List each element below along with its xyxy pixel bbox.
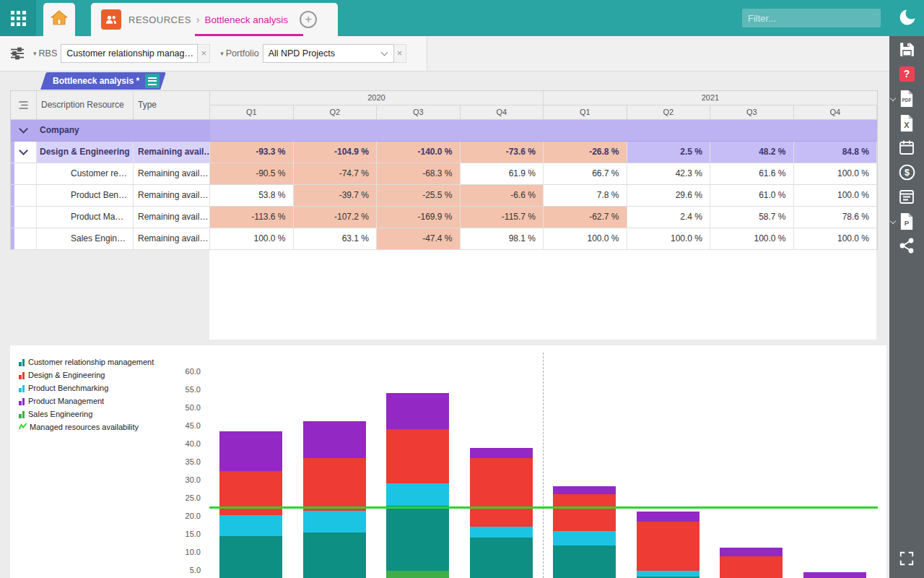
value-cell[interactable]: -62.7 % [544,207,627,228]
value-cell[interactable]: -47.4 % [377,228,461,250]
value-cell[interactable]: 66.7 % [544,163,627,185]
dollar-icon: $ [898,163,916,181]
table-row[interactable]: Product Ma…Remaining avail…-113.6 %-107.… [11,207,877,228]
legend-bars-icon [19,371,25,379]
legend-item[interactable]: Managed resources availability [19,420,154,434]
value-cell[interactable]: -107.2 % [294,207,378,228]
value-cell[interactable]: 58.7 % [710,207,794,228]
value-cell[interactable]: -26.8 % [544,142,627,163]
rbs-label: RBS [39,48,58,59]
value-cell[interactable]: 63.1 % [294,228,378,250]
fullscreen-button[interactable] [899,551,915,569]
portfolio-clear-button[interactable] [394,44,406,63]
value-cell[interactable]: 100.0 % [710,228,794,250]
resource-name-cell[interactable]: Sales Engin… [37,228,134,250]
cost-button[interactable]: $ [897,163,916,181]
value-cell[interactable]: 61.6 % [710,163,794,185]
value-cell[interactable]: 78.6 % [794,207,878,228]
rbs-value-box[interactable]: Customer relationship manag… [61,44,198,63]
value-cell[interactable]: -169.9 % [377,207,461,228]
calendar-button[interactable] [897,138,916,157]
legend-label: Design & Engineering [28,371,105,379]
bottleneck-table: Description ResourceType20202021Q1Q2Q3Q4… [10,90,878,250]
ppt-export-button[interactable]: P [897,212,916,230]
legend-item[interactable]: Design & Engineering [19,368,154,381]
save-button[interactable] [897,40,916,59]
resource-name-cell[interactable]: Product Ma… [37,207,134,228]
value-cell[interactable]: -68.3 % [377,163,461,185]
home-tab[interactable] [43,3,75,36]
table-row[interactable]: Customer re…Remaining avail…-90.5 %-74.7… [11,163,877,185]
help-button[interactable] [897,64,916,83]
value-cell[interactable]: 100.0 % [794,185,878,207]
value-cell[interactable]: 48.2 % [710,142,794,163]
value-cell[interactable]: -6.6 % [461,185,544,207]
value-cell[interactable]: 100.0 % [627,228,711,250]
legend-bars-icon [19,397,25,405]
value-cell[interactable]: -73.6 % [461,142,544,163]
moon-icon[interactable] [897,7,918,27]
schedule-button[interactable] [897,187,916,206]
value-cell[interactable]: -140.0 % [377,142,461,163]
value-cell[interactable]: 2.4 % [627,207,711,228]
value-cell[interactable]: 98.1 % [461,228,544,250]
value-cell[interactable]: 7.8 % [544,185,627,207]
legend-item[interactable]: Product Management [19,394,154,407]
add-tab-button[interactable] [300,11,317,28]
group-value-cell [544,120,627,142]
chevron-down-icon[interactable] [890,218,896,224]
value-cell[interactable]: 2.5 % [627,142,711,163]
expand-company-button[interactable] [11,120,37,142]
row-indent [11,163,37,185]
value-cell[interactable]: 84.8 % [794,142,878,163]
tab-resources-bottleneck-analysis[interactable]: RESOURCES › Bottleneck analysis [91,3,338,36]
table-row[interactable]: Product Ben…Remaining avail…53.8 %-39.7 … [11,185,877,207]
value-cell[interactable]: -115.7 % [461,207,544,228]
value-cell[interactable]: -93.3 % [210,142,294,163]
global-filter-input[interactable] [742,9,881,27]
legend-item[interactable]: Sales Engineering [19,407,154,420]
value-cell[interactable]: 100.0 % [794,163,878,185]
rbs-clear-button[interactable] [198,44,210,63]
value-cell[interactable]: -104.9 % [294,142,378,163]
excel-export-button[interactable]: X [897,113,916,132]
value-cell[interactable]: 53.8 % [210,185,294,207]
expand-row-button[interactable] [11,142,37,163]
value-cell[interactable]: 100.0 % [794,228,878,250]
view-tab-bottleneck-analysis[interactable]: Bottleneck analysis * [40,72,166,90]
pdf-export-button[interactable]: PDF [897,89,916,108]
legend-item[interactable]: Product Benchmarking [19,381,154,394]
top-bar: RESOURCES › Bottleneck analysis [0,0,924,36]
portfolio-dropdown-caret[interactable] [220,50,224,57]
resource-name-cell[interactable]: Design & Engineering [37,142,134,163]
resource-name-cell[interactable]: Product Ben… [37,185,134,207]
app-menu-button[interactable] [0,0,36,36]
table-row[interactable]: Sales Engin…Remaining avail…100.0 %63.1 … [11,228,877,250]
rbs-dropdown-caret[interactable] [33,50,37,57]
table-row[interactable]: Design & EngineeringRemaining avail…-93.… [11,142,877,163]
value-cell[interactable]: -90.5 % [210,163,294,185]
value-cell[interactable]: -25.5 % [377,185,461,207]
grid-settings-icon[interactable] [11,91,37,119]
value-cell[interactable]: 100.0 % [544,228,627,250]
value-cell[interactable]: 29.6 % [627,185,711,207]
chevron-down-icon[interactable] [890,95,896,101]
value-cell[interactable]: 61.0 % [710,185,794,207]
table-body: CompanyDesign & EngineeringRemaining ava… [11,120,877,250]
value-cell[interactable]: 61.9 % [461,163,544,185]
value-cell[interactable]: -39.7 % [294,185,378,207]
value-cell[interactable]: -113.6 % [210,207,294,228]
view-tab-menu-button[interactable] [145,74,160,88]
filter-settings-icon[interactable] [9,45,26,62]
legend-item[interactable]: Customer relationship management [19,355,154,368]
resource-name-cell[interactable]: Customer re… [37,163,134,185]
quarter-header: Q3 [710,105,794,119]
quarter-header-row: Q1Q2Q3Q4Q1Q2Q3Q4 [210,105,877,119]
share-button[interactable] [897,236,916,255]
portfolio-select[interactable]: All NPD Projects [263,44,394,63]
value-cell[interactable]: -74.7 % [294,163,378,185]
home-icon [49,8,69,31]
value-cell[interactable]: 100.0 % [210,228,294,250]
table-group-row-company[interactable]: Company [11,120,877,142]
value-cell[interactable]: 42.3 % [627,163,711,185]
